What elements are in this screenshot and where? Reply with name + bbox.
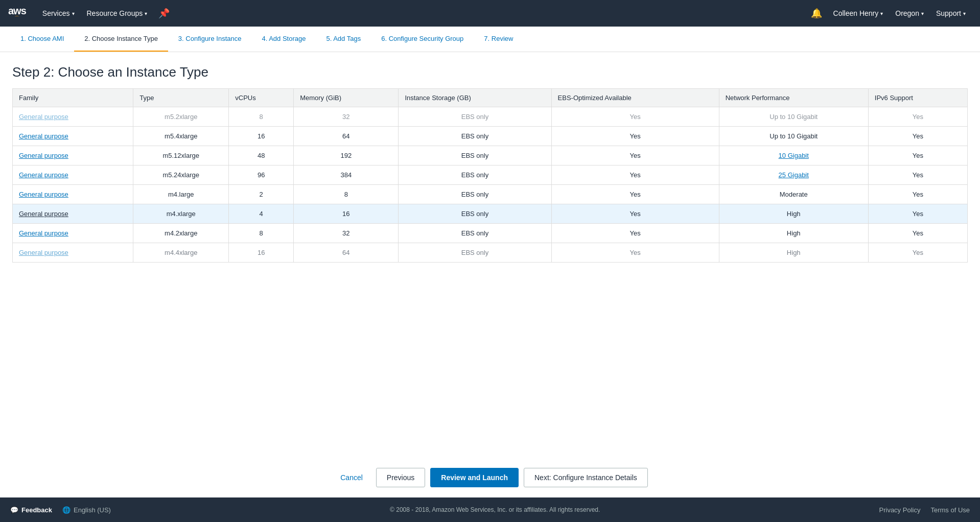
cell-family[interactable]: General purpose bbox=[13, 165, 133, 185]
footer: 💬 Feedback 🌐 English (US) © 2008 - 2018,… bbox=[0, 497, 980, 522]
cell-network: Up to 10 Gigabit bbox=[719, 107, 868, 127]
tab-add-storage[interactable]: 4. Add Storage bbox=[251, 27, 316, 52]
resource-groups-chevron-icon: ▾ bbox=[145, 11, 147, 16]
cell-memory: 8 bbox=[294, 185, 399, 204]
cell-ipv6: Yes bbox=[868, 165, 967, 185]
user-menu[interactable]: Colleen Henry ▾ bbox=[827, 0, 890, 27]
cell-family[interactable]: General purpose bbox=[13, 204, 133, 224]
tab-configure-security-group[interactable]: 6. Configure Security Group bbox=[371, 27, 474, 52]
col-network: Network Performance bbox=[719, 89, 868, 107]
cell-network: Moderate bbox=[719, 185, 868, 204]
cell-storage: EBS only bbox=[399, 127, 551, 146]
region-menu[interactable]: Oregon ▾ bbox=[889, 0, 930, 27]
cell-memory: 64 bbox=[294, 243, 399, 263]
cell-network: High bbox=[719, 243, 868, 263]
cell-family[interactable]: General purpose bbox=[13, 107, 133, 127]
cell-storage: EBS only bbox=[399, 146, 551, 165]
table-row[interactable]: General purpose m5.4xlarge 16 64 EBS onl… bbox=[13, 127, 968, 146]
cell-type: m4.xlarge bbox=[133, 204, 229, 224]
privacy-policy-link[interactable]: Privacy Policy bbox=[879, 506, 921, 514]
user-chevron-icon: ▾ bbox=[880, 11, 883, 16]
feedback-button[interactable]: 💬 Feedback bbox=[10, 506, 52, 514]
footer-copyright: © 2008 - 2018, Amazon Web Services, Inc.… bbox=[111, 506, 879, 513]
cell-type: m4.2xlarge bbox=[133, 224, 229, 243]
cell-storage: EBS only bbox=[399, 107, 551, 127]
table-row[interactable]: General purpose m4.xlarge 4 16 EBS only … bbox=[13, 204, 968, 224]
language-label: English (US) bbox=[74, 506, 111, 514]
cell-ebs: Yes bbox=[551, 165, 719, 185]
wizard-tabs: 1. Choose AMI 2. Choose Instance Type 3.… bbox=[0, 27, 980, 52]
cell-vcpus: 8 bbox=[229, 224, 294, 243]
cancel-button[interactable]: Cancel bbox=[332, 469, 371, 486]
table-row[interactable]: General purpose m4.large 2 8 EBS only Ye… bbox=[13, 185, 968, 204]
main-content: Step 2: Choose an Instance Type Family T… bbox=[0, 52, 980, 458]
cell-memory: 384 bbox=[294, 165, 399, 185]
table-row[interactable]: General purpose m5.24xlarge 96 384 EBS o… bbox=[13, 165, 968, 185]
cell-memory: 64 bbox=[294, 127, 399, 146]
tab-review[interactable]: 7. Review bbox=[474, 27, 523, 52]
instance-type-table: Family Type vCPUs Memory (GiB) Instance … bbox=[12, 88, 968, 263]
instance-type-table-container: Family Type vCPUs Memory (GiB) Instance … bbox=[12, 88, 968, 458]
resource-groups-label: Resource Groups bbox=[87, 9, 143, 17]
cell-family[interactable]: General purpose bbox=[13, 127, 133, 146]
network-link[interactable]: 25 Gigabit bbox=[779, 171, 809, 179]
cell-vcpus: 96 bbox=[229, 165, 294, 185]
cell-type: m4.4xlarge bbox=[133, 243, 229, 263]
col-vcpus: vCPUs bbox=[229, 89, 294, 107]
cell-memory: 32 bbox=[294, 224, 399, 243]
support-chevron-icon: ▾ bbox=[963, 11, 966, 16]
cell-family[interactable]: General purpose bbox=[13, 243, 133, 263]
cell-family[interactable]: General purpose bbox=[13, 224, 133, 243]
resource-groups-menu[interactable]: Resource Groups ▾ bbox=[81, 0, 154, 27]
cell-memory: 32 bbox=[294, 107, 399, 127]
cell-ipv6: Yes bbox=[868, 185, 967, 204]
col-ipv6: IPv6 Support bbox=[868, 89, 967, 107]
cell-type: m4.large bbox=[133, 185, 229, 204]
cell-ebs: Yes bbox=[551, 243, 719, 263]
cell-vcpus: 16 bbox=[229, 127, 294, 146]
services-label: Services bbox=[42, 9, 70, 17]
tab-add-tags[interactable]: 5. Add Tags bbox=[316, 27, 371, 52]
cell-network: 25 Gigabit bbox=[719, 165, 868, 185]
table-row[interactable]: General purpose m4.2xlarge 8 32 EBS only… bbox=[13, 224, 968, 243]
cell-ebs: Yes bbox=[551, 146, 719, 165]
col-memory: Memory (GiB) bbox=[294, 89, 399, 107]
tab-configure-instance[interactable]: 3. Configure Instance bbox=[168, 27, 252, 52]
next-button[interactable]: Next: Configure Instance Details bbox=[524, 468, 648, 487]
support-menu[interactable]: Support ▾ bbox=[930, 0, 972, 27]
cell-vcpus: 4 bbox=[229, 204, 294, 224]
cell-ipv6: Yes bbox=[868, 204, 967, 224]
aws-logo[interactable]: aws ⌒ bbox=[8, 5, 26, 22]
services-menu[interactable]: Services ▾ bbox=[36, 0, 81, 27]
table-header-row: Family Type vCPUs Memory (GiB) Instance … bbox=[13, 89, 968, 107]
tab-choose-instance-type[interactable]: 2. Choose Instance Type bbox=[74, 27, 168, 52]
cell-family[interactable]: General purpose bbox=[13, 146, 133, 165]
feedback-icon: 💬 bbox=[10, 506, 18, 514]
table-row[interactable]: General purpose m5.2xlarge 8 32 EBS only… bbox=[13, 107, 968, 127]
col-type: Type bbox=[133, 89, 229, 107]
col-family: Family bbox=[13, 89, 133, 107]
table-row[interactable]: General purpose m5.12xlarge 48 192 EBS o… bbox=[13, 146, 968, 165]
col-storage: Instance Storage (GB) bbox=[399, 89, 551, 107]
cell-type: m5.12xlarge bbox=[133, 146, 229, 165]
terms-of-use-link[interactable]: Terms of Use bbox=[930, 506, 970, 514]
language-selector[interactable]: 🌐 English (US) bbox=[62, 506, 111, 514]
cell-network: Up to 10 Gigabit bbox=[719, 127, 868, 146]
cell-network: 10 Gigabit bbox=[719, 146, 868, 165]
tab-choose-ami[interactable]: 1. Choose AMI bbox=[10, 27, 74, 52]
cell-storage: EBS only bbox=[399, 185, 551, 204]
top-nav: aws ⌒ Services ▾ Resource Groups ▾ 📌 🔔 C… bbox=[0, 0, 980, 27]
review-and-launch-button[interactable]: Review and Launch bbox=[430, 468, 519, 487]
services-chevron-icon: ▾ bbox=[72, 11, 75, 16]
table-row[interactable]: General purpose m4.4xlarge 16 64 EBS onl… bbox=[13, 243, 968, 263]
bell-icon[interactable]: 🔔 bbox=[806, 8, 827, 19]
feedback-label: Feedback bbox=[21, 506, 52, 514]
cell-type: m5.24xlarge bbox=[133, 165, 229, 185]
cell-ebs: Yes bbox=[551, 107, 719, 127]
pin-icon[interactable]: 📌 bbox=[153, 8, 175, 19]
cell-family[interactable]: General purpose bbox=[13, 185, 133, 204]
cell-storage: EBS only bbox=[399, 204, 551, 224]
cell-ebs: Yes bbox=[551, 224, 719, 243]
network-link[interactable]: 10 Gigabit bbox=[779, 152, 809, 159]
previous-button[interactable]: Previous bbox=[376, 468, 425, 487]
